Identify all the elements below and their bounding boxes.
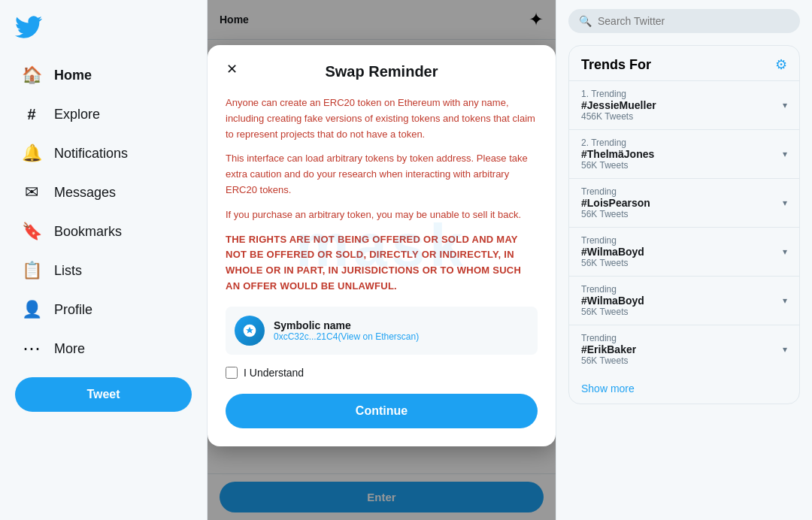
trend-tweets-6: 56K Tweets xyxy=(581,355,636,366)
sidebar-label-profile: Profile xyxy=(54,302,92,318)
list-icon: 📋 xyxy=(21,260,42,281)
right-sidebar: 🔍 Trends For ⚙ 1. Trending #JessieMuelle… xyxy=(556,0,812,520)
sidebar-label-messages: Messages xyxy=(54,185,116,201)
twitter-logo xyxy=(0,6,207,56)
chevron-down-icon-2: ▾ xyxy=(783,149,787,159)
modal-warning-2: This interface can load arbitrary tokens… xyxy=(226,151,538,198)
sidebar-item-notifications[interactable]: 🔔 Notifications xyxy=(6,135,201,171)
trend-rank-6: Trending xyxy=(581,333,636,343)
trends-box: Trends For ⚙ 1. Trending #JessieMueller … xyxy=(568,45,800,404)
sidebar-item-more[interactable]: ⋯ More xyxy=(6,331,201,367)
home-icon: 🏠 xyxy=(21,65,42,86)
sidebar-label-lists: Lists xyxy=(54,263,82,279)
sidebar-item-lists[interactable]: 📋 Lists xyxy=(6,252,201,289)
trend-name-6: #ErikBaker xyxy=(581,343,636,355)
token-icon xyxy=(235,316,265,346)
trend-name-3: #LoisPearson xyxy=(581,197,650,209)
trend-name-2: #ThelmäJones xyxy=(581,148,654,160)
sidebar-item-home[interactable]: 🏠 Home xyxy=(6,57,201,93)
trend-rank-1: 1. Trending xyxy=(581,89,656,99)
bell-icon: 🔔 xyxy=(21,143,42,164)
search-box[interactable]: 🔍 xyxy=(568,9,800,33)
chevron-down-icon-1: ▾ xyxy=(783,100,787,110)
trend-item-6[interactable]: Trending #ErikBaker 56K Tweets ▾ xyxy=(569,325,799,373)
chevron-down-icon-5: ▾ xyxy=(783,295,787,306)
mail-icon: ✉ xyxy=(21,182,42,203)
sidebar-item-messages[interactable]: ✉ Messages xyxy=(6,174,201,210)
trend-tweets-3: 56K Tweets xyxy=(581,209,650,219)
trend-name-1: #JessieMueller xyxy=(581,99,656,111)
modal-title: Swap Reminder xyxy=(226,63,538,80)
trend-item-2[interactable]: 2. Trending #ThelmäJones 56K Tweets ▾ xyxy=(569,129,799,178)
understand-checkbox[interactable] xyxy=(226,367,238,379)
understand-checkbox-row: I Understand xyxy=(226,367,538,379)
trend-item-3[interactable]: Trending #LoisPearson 56K Tweets ▾ xyxy=(569,178,799,227)
token-details: Symbolic name 0xcC32c...21C4(View on Eth… xyxy=(274,319,419,342)
continue-button[interactable]: Continue xyxy=(226,394,538,428)
person-icon: 👤 xyxy=(21,299,42,320)
settings-icon[interactable]: ⚙ xyxy=(775,56,787,73)
sidebar-label-notifications: Notifications xyxy=(54,146,128,162)
more-icon: ⋯ xyxy=(21,338,42,359)
main-feed: Home ✦ What's happening ? 🖼 GIF 📊 😊 📅 xyxy=(207,0,556,520)
sidebar-label-explore: Explore xyxy=(54,107,100,122)
chevron-down-icon-6: ▾ xyxy=(783,344,787,355)
trend-item-4[interactable]: Trending #WilmaBoyd 56K Tweets ▾ xyxy=(569,227,799,276)
sidebar-label-bookmarks: Bookmarks xyxy=(54,224,122,240)
sidebar-label-home: Home xyxy=(54,68,92,83)
trend-name-4: #WilmaBoyd xyxy=(581,246,644,258)
modal-overlay: mask ✕ Swap Reminder Anyone can create a… xyxy=(208,0,556,520)
modal-warning-3: If you purchase an arbitrary token, you … xyxy=(226,207,538,223)
search-input[interactable] xyxy=(598,15,789,27)
explore-icon: # xyxy=(21,104,42,125)
trend-tweets-1: 456K Tweets xyxy=(581,111,656,122)
trend-tweets-2: 56K Tweets xyxy=(581,160,654,171)
bookmark-icon: 🔖 xyxy=(21,221,42,242)
chevron-down-icon-4: ▾ xyxy=(783,246,787,257)
swap-reminder-modal: mask ✕ Swap Reminder Anyone can create a… xyxy=(208,45,556,446)
trend-rank-2: 2. Trending xyxy=(581,138,654,148)
sidebar-label-more: More xyxy=(54,341,85,357)
chevron-down-icon-3: ▾ xyxy=(783,198,787,208)
modal-warning-1: Anyone can create an ERC20 token on Ethe… xyxy=(226,95,538,142)
sidebar-item-profile[interactable]: 👤 Profile xyxy=(6,292,201,328)
modal-close-button[interactable]: ✕ xyxy=(220,57,244,81)
token-address-link[interactable]: 0xcC32c...21C4(View on Etherscan) xyxy=(274,331,419,342)
sidebar-item-explore[interactable]: # Explore xyxy=(6,96,201,132)
token-name: Symbolic name xyxy=(274,319,419,331)
understand-label: I Understand xyxy=(244,367,304,379)
trends-title: Trends For xyxy=(581,57,651,73)
sidebar: 🏠 Home # Explore 🔔 Notifications ✉ Messa… xyxy=(0,0,207,520)
trend-item-1[interactable]: 1. Trending #JessieMueller 456K Tweets ▾ xyxy=(569,80,799,129)
sidebar-item-bookmarks[interactable]: 🔖 Bookmarks xyxy=(6,213,201,249)
trend-name-5: #WilmaBoyd xyxy=(581,295,644,307)
show-more-trends[interactable]: Show more xyxy=(569,373,799,404)
tweet-button[interactable]: Tweet xyxy=(15,377,192,412)
trend-tweets-4: 56K Tweets xyxy=(581,258,644,268)
trend-rank-3: Trending xyxy=(581,186,650,197)
trend-rank-4: Trending xyxy=(581,235,644,246)
token-info-row: Symbolic name 0xcC32c...21C4(View on Eth… xyxy=(226,307,538,355)
modal-warning-4: THE RIGHTS ARE NOT BEING OFFERED OR SOLD… xyxy=(226,232,538,295)
trends-header: Trends For ⚙ xyxy=(569,46,799,80)
trend-item-5[interactable]: Trending #WilmaBoyd 56K Tweets ▾ xyxy=(569,276,799,325)
search-icon: 🔍 xyxy=(579,15,592,27)
trend-tweets-5: 56K Tweets xyxy=(581,307,644,317)
trend-rank-5: Trending xyxy=(581,284,644,295)
close-icon: ✕ xyxy=(226,61,238,77)
